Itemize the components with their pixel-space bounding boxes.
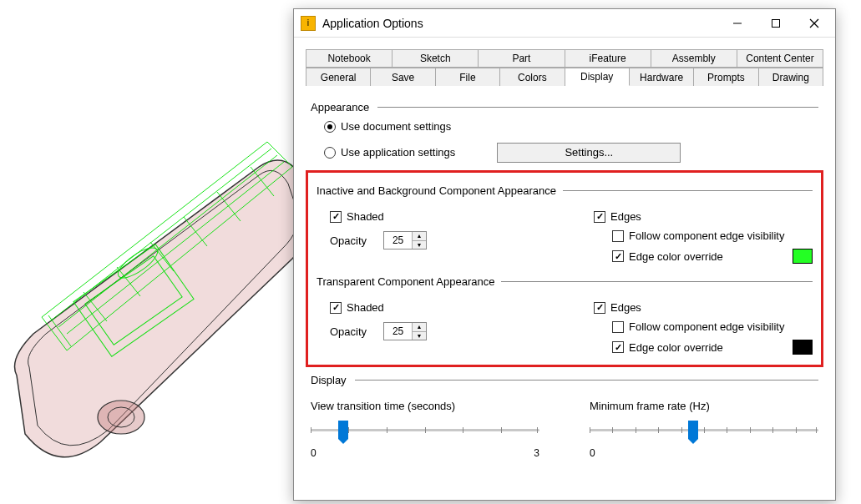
tab-prompts[interactable]: Prompts [694, 68, 758, 86]
svg-point-4 [108, 407, 134, 427]
svg-point-3 [98, 401, 144, 434]
tab-area: Notebook Sketch Part iFeature Assembly C… [294, 38, 835, 86]
checkbox-icon [612, 321, 624, 333]
spinner-down-icon[interactable]: ▼ [413, 241, 426, 249]
checkbox-icon [612, 230, 624, 242]
tab-hardware[interactable]: Hardware [630, 68, 694, 86]
tab-ifeature[interactable]: iFeature [565, 49, 651, 68]
checkbox-icon [330, 211, 342, 223]
tab-save[interactable]: Save [371, 68, 435, 86]
view-transition-min: 0 [311, 447, 317, 459]
tab-sketch[interactable]: Sketch [393, 49, 479, 68]
view-transition-max: 3 [534, 447, 539, 459]
inactive-follow-checkbox[interactable]: Follow component edge visibility [612, 229, 813, 242]
application-options-dialog: i Application Options Notebook Sketch Pa… [293, 8, 836, 501]
checkbox-icon [612, 341, 624, 353]
inactive-opacity-label: Opacity [330, 234, 367, 247]
svg-point-2 [114, 243, 161, 284]
view-transition-slider[interactable] [311, 422, 539, 444]
inactive-heading: Inactive and Background Component Appear… [317, 184, 813, 197]
tab-assembly[interactable]: Assembly [651, 49, 737, 68]
radio-use-application-settings[interactable]: Use application settings [324, 146, 455, 159]
settings-button[interactable]: Settings... [497, 143, 681, 163]
svg-rect-0 [73, 244, 194, 356]
tab-notebook[interactable]: Notebook [306, 49, 393, 68]
inactive-edges-checkbox[interactable]: Edges [594, 210, 813, 223]
checkbox-icon [612, 250, 624, 262]
transparent-shaded-checkbox[interactable]: Shaded [330, 301, 535, 314]
tab-colors[interactable]: Colors [500, 68, 565, 86]
transparent-heading: Transparent Component Appearance [317, 275, 813, 288]
transparent-override-checkbox[interactable]: Edge color override [612, 341, 723, 354]
tab-drawing[interactable]: Drawing [759, 68, 823, 86]
tab-part[interactable]: Part [479, 49, 565, 68]
slider-thumb[interactable] [338, 421, 348, 439]
svg-rect-1 [85, 256, 182, 345]
maximize-button[interactable] [757, 11, 795, 36]
checkbox-icon [594, 211, 605, 223]
checkbox-icon [594, 302, 605, 314]
spinner-down-icon[interactable]: ▼ [413, 332, 426, 340]
transparent-opacity-spinner[interactable]: 25 ▲ ▼ [383, 322, 427, 340]
radio-icon [324, 121, 336, 133]
inactive-shaded-checkbox[interactable]: Shaded [330, 210, 535, 223]
slider-thumb[interactable] [688, 421, 698, 439]
display-panel: Appearance Use document settings Use app… [294, 86, 835, 500]
inactive-opacity-spinner[interactable]: 25 ▲ ▼ [383, 231, 427, 249]
frame-rate-min: 0 [590, 447, 595, 459]
radio-icon [324, 147, 336, 159]
spinner-up-icon[interactable]: ▲ [413, 232, 426, 241]
close-button[interactable] [795, 11, 833, 36]
titlebar: i Application Options [294, 9, 835, 38]
tab-general[interactable]: General [306, 68, 371, 86]
app-icon: i [301, 16, 316, 31]
minimize-button[interactable] [718, 11, 757, 36]
tab-file[interactable]: File [436, 68, 500, 86]
checkbox-icon [330, 302, 342, 314]
transparent-follow-checkbox[interactable]: Follow component edge visibility [612, 320, 813, 333]
frame-rate-label: Minimum frame rate (Hz) [590, 400, 818, 412]
radio-use-document-settings[interactable]: Use document settings [324, 120, 818, 133]
display-heading: Display [311, 374, 818, 386]
appearance-heading: Appearance [311, 101, 818, 113]
frame-rate-slider[interactable] [590, 422, 818, 444]
window-title: Application Options [322, 17, 718, 30]
tab-content-center[interactable]: Content Center [737, 49, 823, 68]
spinner-up-icon[interactable]: ▲ [413, 323, 426, 332]
background-3d-model [0, 50, 334, 501]
svg-rect-6 [772, 19, 780, 27]
transparent-edges-checkbox[interactable]: Edges [594, 301, 813, 314]
tab-display[interactable]: Display [565, 68, 630, 86]
transparent-color-swatch[interactable] [793, 340, 813, 355]
inactive-color-swatch[interactable] [793, 249, 813, 264]
view-transition-label: View transition time (seconds) [311, 400, 539, 412]
transparent-opacity-label: Opacity [330, 325, 367, 338]
inactive-override-checkbox[interactable]: Edge color override [612, 250, 723, 263]
highlighted-section: Inactive and Background Component Appear… [306, 170, 823, 367]
